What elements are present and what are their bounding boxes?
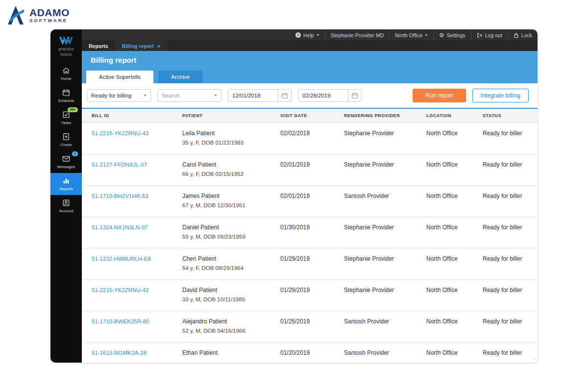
visit-date: 02/02/2019 [280, 130, 344, 137]
sidebar-item-messages[interactable]: 2 Messages [50, 151, 82, 173]
page-title: Billing report [87, 56, 528, 64]
close-icon[interactable]: × [157, 43, 160, 49]
patient-name: Ethan Patient [182, 349, 280, 356]
visit-date: 01/20/2019 [280, 349, 344, 356]
page-header: Billing report Active Superbills Archive [82, 51, 538, 83]
location: North Office [426, 193, 483, 199]
sidebar-item-tasks[interactable]: 99+ Tasks [50, 107, 82, 129]
patient-name: Alejandro Patient [182, 318, 280, 325]
bill-id-link[interactable]: 51-1710-BH2V1HR-53 [92, 193, 148, 199]
topbar: ? Help Stephanie Provider MD North Offic… [82, 29, 538, 41]
sidebar-item-account[interactable]: Account [50, 195, 82, 217]
search-input[interactable]: Search [157, 89, 221, 102]
bar-chart-icon [62, 176, 71, 185]
column-header-bill-id: BILL ID [92, 113, 182, 118]
tasks-count-badge: 99+ [68, 107, 78, 113]
patient-details: 52 y, M, DOB 04/16/1966 [182, 328, 280, 334]
logout-label: Log out [485, 32, 502, 38]
patient-details: 66 y, F, DOB 02/15/1952 [182, 171, 280, 177]
gear-icon: ⚙ [439, 32, 444, 38]
search-placeholder: Search [162, 93, 179, 98]
calendar-icon[interactable] [278, 90, 291, 101]
scroll-hint-icon: ‹ [533, 354, 535, 362]
tab-billing-report[interactable]: Billing report × [115, 41, 168, 51]
settings-label: Settings [447, 32, 466, 38]
date-from-input[interactable]: 12/01/2018 [228, 89, 292, 102]
sidebar-item-schedule[interactable]: Schedule [50, 85, 82, 107]
sidebar-item-label: Messages [57, 165, 75, 169]
home-icon [62, 66, 71, 75]
office-selector[interactable]: North Office [389, 29, 433, 41]
filter-bar: Ready for billing Search 12/01/2018 02/2… [82, 83, 538, 109]
patient-name: James Patient [182, 193, 280, 199]
visit-date: 01/25/2019 [280, 318, 344, 325]
status: Ready for biller [483, 255, 538, 262]
rendering-provider: Santosh Provider [344, 349, 426, 356]
rendering-provider: Stephanie Provider [344, 224, 426, 231]
status: Ready for biller [483, 193, 538, 199]
help-menu[interactable]: ? Help [290, 29, 325, 41]
date-to-input[interactable]: 02/28/2019 [298, 89, 362, 102]
help-icon: ? [295, 32, 301, 38]
adamo-logo-icon [6, 5, 25, 25]
table-header: BILL ID PATIENT VISIT DATE RENDERING PRO… [82, 109, 538, 123]
sidebar-item-reports[interactable]: Reports [50, 173, 82, 195]
patient-name: Daniel Patient [182, 224, 280, 231]
bill-id-link[interactable]: 51-2215-YK2ZRNU-42 [92, 130, 148, 136]
settings-button[interactable]: ⚙ Settings [433, 29, 471, 41]
sidebar-nav: Home Schedule 99+ Tasks Charts [50, 63, 82, 217]
lock-label: Lock [521, 32, 532, 38]
column-header-rendering-provider: RENDERING PROVIDER [344, 113, 426, 118]
sidebar-item-label: Account [59, 209, 74, 213]
office-name: North Office [395, 32, 422, 38]
location: North Office [426, 161, 483, 168]
tab-active-superbills[interactable]: Active Superbills [86, 71, 153, 83]
patient-name: Leila Patient [182, 130, 280, 137]
sidebar-item-charts[interactable]: Charts [50, 129, 82, 151]
column-header-patient: PATIENT [182, 113, 280, 118]
integrate-billing-button[interactable]: Integrate billing [472, 89, 529, 102]
chevron-down-icon [317, 34, 319, 36]
bill-id-link[interactable]: 51-2215-YK2ZRNU-42 [92, 287, 148, 293]
calendar-icon [62, 88, 71, 97]
status: Ready for biller [483, 287, 538, 294]
logout-icon [477, 32, 483, 38]
tab-billing-report-label: Billing report [122, 43, 154, 49]
status: Ready for biller [483, 161, 538, 168]
bill-id-link[interactable]: 51-1232-HW8URLH-E8 [92, 256, 151, 262]
brand-name: ADAMO [29, 7, 70, 18]
location: North Office [426, 349, 483, 356]
sidebar-item-home[interactable]: Home [50, 63, 82, 85]
column-header-visit-date: VISIT DATE [280, 113, 344, 118]
table-row: 51-1232-HW8URLH-E8 Chen Patient 54 y, F,… [82, 248, 538, 280]
chevron-down-icon [425, 34, 428, 36]
visit-date: 01/30/2019 [280, 224, 344, 231]
date-from-value: 12/01/2018 [228, 93, 278, 98]
visit-date: 01/29/2019 [280, 255, 344, 262]
location: North Office [426, 130, 483, 137]
tab-archive[interactable]: Archive [158, 71, 202, 83]
patient-details: 33 y, M, DOB 10/11/1985 [182, 296, 280, 302]
calendar-icon[interactable] [348, 90, 361, 101]
bill-id-link[interactable]: 51-1613-NI1MK2A-28 [92, 350, 147, 356]
date-to-value: 02/28/2019 [298, 93, 348, 98]
table-row: 51-1710-BH2V1HR-53 James Patient 67 y, M… [82, 186, 538, 217]
tab-reports[interactable]: Reports [82, 41, 115, 51]
location: North Office [426, 224, 483, 231]
sidebar-item-label: Reports [59, 187, 73, 191]
sidebar-item-label: Schedule [58, 98, 74, 103]
help-label: Help [303, 32, 314, 38]
bill-id-link[interactable]: 51-1710-BWEK25R-80 [92, 318, 149, 324]
run-report-button[interactable]: Run report [413, 89, 466, 102]
user-icon [62, 198, 71, 207]
status-filter-select[interactable]: Ready for billing [87, 89, 151, 102]
practice-fusion-wordmark-line1: practice [58, 47, 74, 52]
table-row: 51-2127-FFDNXJL-07 Carol Patient 66 y, F… [82, 154, 538, 186]
brand-subtitle: SOFTWARE [29, 18, 70, 23]
lock-button[interactable]: Lock [508, 29, 538, 41]
bill-id-link[interactable]: 51-2127-FFDNXJL-07 [92, 162, 147, 168]
column-header-location: LOCATION [426, 113, 483, 118]
user-menu[interactable]: Stephanie Provider MD [325, 29, 390, 41]
bill-id-link[interactable]: 51-1324-NX1N3LN-07 [92, 224, 147, 230]
logout-button[interactable]: Log out [471, 29, 508, 41]
